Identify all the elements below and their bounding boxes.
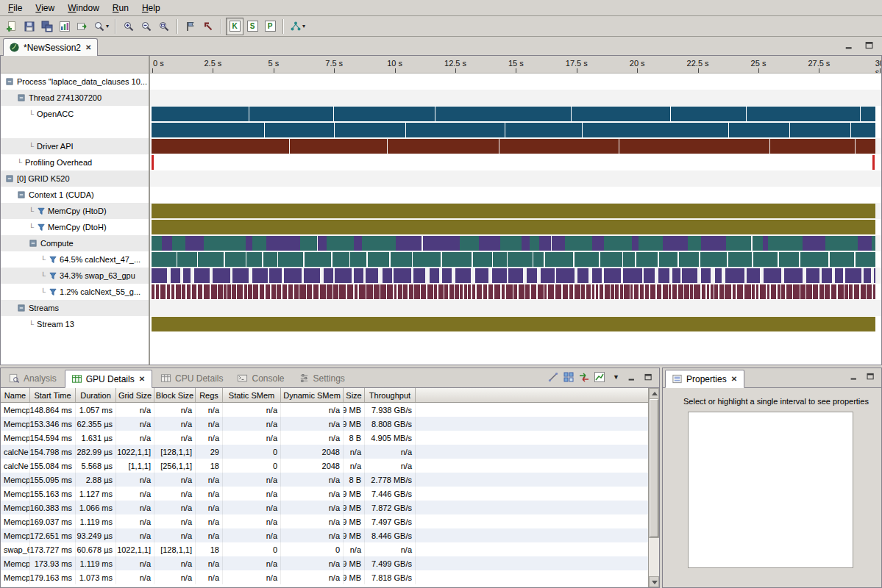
minimize-icon[interactable] <box>627 372 638 382</box>
vertical-scrollbar[interactable] <box>648 388 659 587</box>
tab-console[interactable]: Console <box>231 369 290 387</box>
zoom-settings-button[interactable]: ▾ <box>91 18 111 35</box>
kernel-mode-button[interactable]: K <box>226 18 243 35</box>
report-button[interactable] <box>56 18 74 35</box>
column-header-static-smem[interactable]: Static SMem <box>223 388 281 402</box>
analysis-button[interactable]: ▾ <box>288 18 307 35</box>
timeline-bar[interactable] <box>152 317 875 331</box>
menu-file[interactable]: File <box>1 1 29 15</box>
menu-view[interactable]: View <box>29 1 61 15</box>
close-icon[interactable]: ✕ <box>138 375 146 383</box>
column-header-start-time[interactable]: Start Time <box>30 388 76 402</box>
filter-icon[interactable] <box>49 255 57 264</box>
tree-row[interactable]: └Profiling Overhead <box>1 154 149 171</box>
timeline-bar[interactable] <box>152 204 875 218</box>
export-chart-button[interactable] <box>594 371 605 383</box>
tree-row[interactable]: Compute <box>1 235 149 251</box>
tab-settings[interactable]: Settings <box>293 369 351 387</box>
view-menu-icon[interactable]: ▼ <box>611 373 622 381</box>
save-button[interactable] <box>21 18 38 35</box>
table-row[interactable]: Memcp154.594 ms1.631 µsn/an/an/an/an/a8 … <box>1 431 648 445</box>
collapse-toggle-icon[interactable] <box>29 239 38 248</box>
marker-arrow-button[interactable] <box>199 18 217 35</box>
collapse-toggle-icon[interactable] <box>5 174 14 183</box>
zoom-in-button[interactable] <box>120 18 138 35</box>
tree-row[interactable]: └MemCpy (HtoD) <box>1 203 149 219</box>
table-row[interactable]: Memcp153.346 ms62.355 µsn/an/an/an/an/a9… <box>1 417 648 431</box>
table-row[interactable]: Memcp148.864 ms1.057 msn/an/an/an/an/a9 … <box>1 403 648 417</box>
table-row[interactable]: calcNe154.798 ms282.99 µs1022,1,1][128,1… <box>1 445 648 459</box>
scrollbar-thumb[interactable] <box>650 399 658 537</box>
zoom-out-button[interactable] <box>138 18 155 35</box>
tree-row[interactable]: └Driver API <box>1 138 149 154</box>
table-row[interactable]: swap_6173.727 ms60.678 µs1022,1,1][128,1… <box>1 542 648 556</box>
process-mode-button[interactable]: P <box>261 18 279 35</box>
close-icon[interactable]: ✕ <box>85 43 92 51</box>
timeline-bar[interactable] <box>152 284 875 299</box>
minimize-icon[interactable] <box>849 371 860 381</box>
tree-row[interactable]: Streams <box>1 300 149 316</box>
tab-analysis[interactable]: Analysis <box>3 369 63 387</box>
maximize-icon[interactable] <box>643 372 654 382</box>
collapse-toggle-icon[interactable] <box>17 190 26 199</box>
column-header-size[interactable]: Size <box>344 388 365 402</box>
column-header-throughput[interactable]: Throughput <box>365 388 416 402</box>
timeline-bar[interactable] <box>152 107 875 121</box>
minimize-icon[interactable] <box>844 40 855 51</box>
tab-gpu-details[interactable]: GPU Details✕ <box>65 370 152 388</box>
table-row[interactable]: Memcp169.037 ms1.119 msn/an/an/an/an/a9 … <box>1 514 648 528</box>
marker-flag-button[interactable] <box>182 18 199 35</box>
scroll-up-icon[interactable] <box>649 388 659 399</box>
column-header-grid-size[interactable]: Grid Size <box>116 388 154 402</box>
tree-row[interactable]: └64.5% calcNext_47_... <box>1 251 149 268</box>
tree-row[interactable]: └1.2% calcNext_55_g... <box>1 284 149 300</box>
flat-profile-button[interactable] <box>563 371 575 383</box>
scroll-down-icon[interactable] <box>649 576 659 587</box>
timeline-bar[interactable] <box>152 220 875 234</box>
table-row[interactable]: calcNe155.084 ms5.568 µs[1,1,1][256,1,1]… <box>1 459 648 473</box>
zoom-fit-button[interactable] <box>155 18 173 35</box>
column-header-duration[interactable]: Duration <box>76 388 116 402</box>
timeline-bar[interactable] <box>152 155 875 170</box>
tree-row[interactable]: └34.3% swap_63_gpu <box>1 268 149 284</box>
column-header-dynamic-smem[interactable]: Dynamic SMem <box>281 388 344 402</box>
table-row[interactable]: Memcp155.095 ms2.88 µsn/an/an/an/an/a8 B… <box>1 473 648 487</box>
column-header-regs[interactable]: Regs <box>196 388 223 402</box>
filter-icon[interactable] <box>37 223 46 232</box>
stream-mode-button[interactable]: S <box>243 18 261 35</box>
maximize-icon[interactable] <box>865 371 876 381</box>
table-row[interactable]: Memcp172.651 ms93.249 µsn/an/an/an/an/a9… <box>1 528 648 542</box>
table-row[interactable]: Memcp155.163 ms1.127 msn/an/an/an/an/a9 … <box>1 487 648 501</box>
tree-row[interactable]: └OpenACC <box>1 106 149 138</box>
collapse-toggle-icon[interactable] <box>5 77 14 86</box>
export-button[interactable] <box>74 18 91 35</box>
table-row[interactable]: Memcp160.383 ms1.066 msn/an/an/an/an/a9 … <box>1 501 648 514</box>
tree-row[interactable]: └MemCpy (DtoH) <box>1 219 149 235</box>
filter-icon[interactable] <box>37 207 46 215</box>
timeline-bar[interactable] <box>152 252 875 267</box>
menu-run[interactable]: Run <box>106 1 135 15</box>
menu-help[interactable]: Help <box>135 1 167 15</box>
tree-row[interactable]: Context 1 (CUDA) <box>1 187 149 203</box>
tree-row[interactable]: └Stream 13 <box>1 316 149 332</box>
column-header-name[interactable]: Name <box>1 388 30 402</box>
tree-row[interactable]: Thread 2741307200 <box>1 90 149 106</box>
filter-icon[interactable] <box>49 271 57 280</box>
tab-cpu-details[interactable]: CPU Details <box>154 369 229 387</box>
dropdown-caret-icon[interactable]: ▾ <box>106 23 109 29</box>
correlate-button[interactable] <box>547 371 559 383</box>
tab-properties[interactable]: Properties ✕ <box>665 370 744 388</box>
table-row[interactable]: Memcp179.163 ms1.073 msn/an/an/an/an/a9 … <box>1 570 648 584</box>
timeline-bar[interactable] <box>152 268 875 283</box>
timeline-bar[interactable] <box>152 139 875 154</box>
column-header-block-size[interactable]: Block Size <box>154 388 196 402</box>
session-tab[interactable]: *NewSession2 ✕ <box>3 38 98 56</box>
save-all-button[interactable] <box>38 18 56 35</box>
new-session-button[interactable] <box>3 18 21 35</box>
compare-button[interactable] <box>578 371 590 383</box>
tree-row[interactable]: [0] GRID K520 <box>1 171 149 187</box>
close-icon[interactable]: ✕ <box>730 375 738 383</box>
maximize-icon[interactable] <box>864 40 875 51</box>
collapse-toggle-icon[interactable] <box>17 93 26 102</box>
collapse-toggle-icon[interactable] <box>17 304 26 312</box>
